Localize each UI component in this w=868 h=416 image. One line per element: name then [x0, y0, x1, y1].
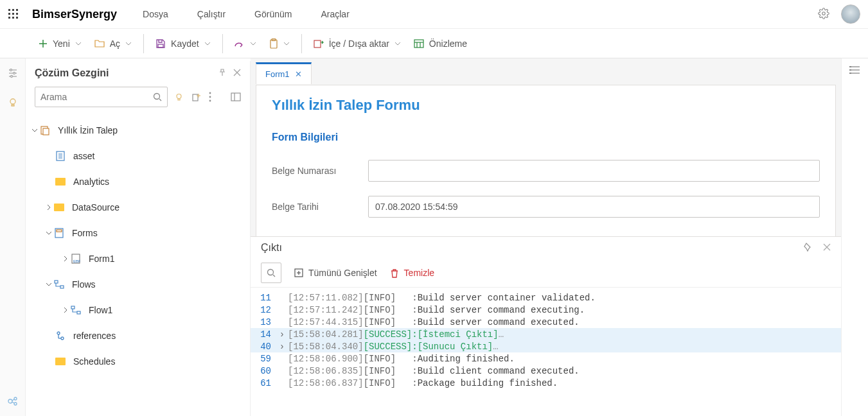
svg-rect-5	[16, 13, 18, 15]
svg-rect-66	[849, 66, 851, 67]
tree-form1[interactable]: EBF Form1	[26, 246, 250, 272]
tree-flow1[interactable]: Flow1	[26, 297, 250, 323]
bulb-icon[interactable]	[174, 91, 184, 103]
rail-bulb-icon[interactable]	[4, 94, 21, 111]
console-line[interactable]: 40›[15:58:04.340] [SUCCESS]: [Sunucu Çık…	[251, 340, 841, 352]
svg-point-40	[209, 92, 211, 94]
tree-analytics[interactable]: Analytics	[26, 169, 250, 195]
svg-rect-8	[16, 17, 18, 19]
tree-references[interactable]: references	[26, 323, 250, 349]
console-line[interactable]: 13[12:57:44.315] [INFO] : Build server c…	[251, 316, 841, 328]
save-button[interactable]: Kaydet	[149, 35, 217, 53]
svg-point-29	[14, 403, 17, 405]
svg-line-35	[159, 99, 161, 101]
svg-point-41	[209, 96, 211, 98]
svg-point-24	[13, 73, 15, 74]
svg-rect-16	[414, 40, 423, 48]
svg-point-27	[8, 399, 12, 403]
console-line[interactable]: 12[12:57:11.242] [INFO] : Build server c…	[251, 304, 841, 316]
open-button[interactable]: Aç	[88, 35, 138, 53]
field-docnum-label: Belge Numarası	[272, 166, 355, 176]
new-button[interactable]: Yeni	[32, 35, 88, 53]
explorer-title: Çözüm Gezgini	[35, 67, 218, 79]
menu-run[interactable]: Çalıştır	[197, 9, 226, 19]
explorer-search-input[interactable]	[40, 92, 153, 102]
svg-line-30	[12, 399, 14, 401]
console-line[interactable]: 59[12:58:06.900] [INFO] : Auditing finis…	[251, 352, 841, 365]
output-console[interactable]: 11[12:57:11.082] [INFO] : Build server c…	[251, 288, 841, 416]
console-line[interactable]: 61[12:58:06.837] [INFO] : Package buildi…	[251, 377, 841, 389]
console-line[interactable]: 60[12:58:06.835] [INFO] : Build client c…	[251, 365, 841, 377]
svg-point-26	[10, 99, 15, 104]
svg-point-28	[14, 397, 17, 400]
tab-form1[interactable]: Form1 ✕	[256, 62, 312, 84]
menu-file[interactable]: Dosya	[143, 9, 168, 19]
svg-point-34	[154, 94, 160, 100]
solution-explorer: Çözüm Gezgini Yıllık İz	[26, 61, 251, 416]
svg-rect-46	[43, 128, 49, 135]
output-close-icon[interactable]	[823, 243, 831, 254]
menu-tools[interactable]: Araçlar	[321, 9, 349, 19]
svg-rect-43	[231, 93, 240, 101]
tree-forms[interactable]: Forms	[26, 220, 250, 246]
left-rail	[0, 58, 26, 416]
rail-bottom-icon[interactable]	[4, 393, 21, 410]
svg-rect-15	[314, 40, 321, 48]
svg-point-9	[822, 12, 826, 15]
rail-settings-icon[interactable]	[4, 65, 21, 82]
svg-rect-4	[12, 13, 14, 15]
tree-root[interactable]: Yıllık İzin Talep	[26, 117, 250, 143]
console-line[interactable]: 14›[15:58:04.281] [SUCCESS]: [İstemci Çı…	[251, 328, 841, 340]
field-docdate-input[interactable]	[368, 196, 820, 218]
app-grid-icon[interactable]	[8, 8, 19, 20]
props-icon[interactable]	[849, 65, 861, 77]
new-item-icon[interactable]	[191, 91, 201, 103]
tree-flows[interactable]: Flows	[26, 272, 250, 297]
clipboard-button[interactable]	[263, 35, 296, 53]
layout-icon[interactable]	[231, 91, 241, 103]
console-line[interactable]: 11[12:57:11.082] [INFO] : Build server c…	[251, 291, 841, 304]
search-icon	[153, 92, 162, 101]
svg-point-36	[177, 94, 181, 98]
expand-all-button[interactable]: Tümünü Genişlet	[294, 268, 377, 278]
form-section-title: Form Bilgileri	[272, 132, 820, 143]
tree-asset[interactable]: asset	[26, 143, 250, 169]
svg-rect-58	[77, 311, 80, 314]
svg-rect-7	[12, 17, 14, 19]
tree-schedules[interactable]: Schedules	[26, 349, 250, 374]
svg-rect-55	[55, 281, 58, 283]
field-docnum-input[interactable]	[368, 160, 820, 182]
menu-view[interactable]: Görünüm	[254, 9, 292, 19]
pin-icon[interactable]	[218, 68, 227, 79]
brand-title: BimserSynergy	[32, 8, 117, 21]
svg-point-25	[10, 76, 12, 78]
svg-rect-52	[57, 230, 62, 232]
field-docdate-label: Belge Tarihi	[272, 202, 355, 212]
undo-button[interactable]	[228, 35, 263, 52]
top-menu: Dosya Çalıştır Görünüm Araçlar	[143, 9, 350, 19]
output-pin-icon[interactable]	[804, 243, 813, 254]
output-panel: Çıktı Tümünü Genişlet Temizle	[251, 236, 841, 416]
tree-datasource[interactable]: DataSource	[26, 195, 250, 220]
svg-rect-0	[8, 9, 10, 11]
gear-icon[interactable]	[818, 8, 829, 21]
preview-button[interactable]: Önizleme	[407, 35, 474, 53]
close-icon[interactable]	[233, 68, 241, 79]
tree: Yıllık İzin Talep asset Analytics DataSo…	[26, 112, 250, 374]
svg-rect-68	[849, 73, 851, 74]
tab-close-icon[interactable]: ✕	[295, 69, 302, 79]
form-title: Yıllık İzin Talep Formu	[272, 97, 820, 114]
svg-line-31	[12, 402, 14, 403]
svg-point-23	[10, 69, 12, 71]
svg-rect-12	[158, 44, 163, 48]
svg-point-59	[57, 332, 60, 334]
explorer-search[interactable]	[35, 87, 168, 107]
svg-point-60	[61, 337, 64, 340]
import-export-button[interactable]: İçe / Dışa aktar	[307, 35, 407, 53]
more-icon[interactable]	[209, 91, 211, 103]
right-rail	[841, 58, 868, 416]
clear-button[interactable]: Temizle	[390, 268, 434, 278]
output-search[interactable]	[261, 263, 281, 283]
user-avatar[interactable]	[841, 4, 860, 24]
svg-text:EBF: EBF	[73, 259, 80, 263]
